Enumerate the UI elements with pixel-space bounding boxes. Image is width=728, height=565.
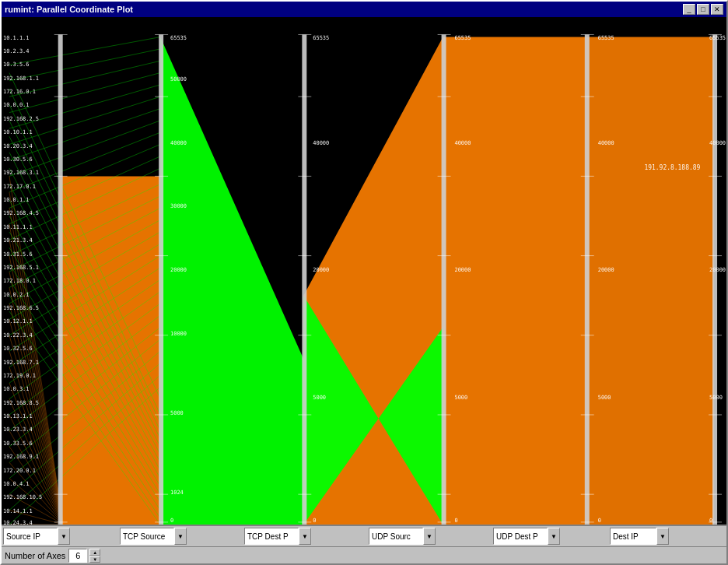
svg-rect-81: [442, 34, 446, 525]
axis4-dropdown-btn[interactable]: ▼: [423, 528, 436, 545]
parallel-coordinate-plot: 10.1.1.1 10.2.3.4 10.3.5.6 192.168.1.1 1…: [2, 17, 726, 525]
svg-text:10.3.5.6: 10.3.5.6: [3, 61, 30, 68]
axis1-dropdown-btn[interactable]: ▼: [58, 528, 70, 545]
svg-text:10.31.5.6: 10.31.5.6: [3, 250, 33, 257]
svg-text:192.168.10.5: 192.168.10.5: [3, 493, 42, 500]
axis1-input[interactable]: [3, 528, 58, 545]
svg-text:10.22.3.4: 10.22.3.4: [3, 332, 33, 339]
svg-text:192.168.7.1: 192.168.7.1: [3, 358, 39, 365]
svg-text:40000: 40000: [709, 139, 726, 146]
svg-text:65535: 65535: [598, 34, 614, 41]
svg-rect-82: [585, 34, 590, 525]
svg-text:5000: 5000: [313, 393, 326, 400]
svg-text:172.19.0.1: 172.19.0.1: [3, 372, 36, 379]
num-axes-label: Number of Axes: [5, 551, 65, 560]
svg-text:192.168.1.1: 192.168.1.1: [3, 75, 39, 82]
svg-text:65535: 65535: [313, 34, 329, 41]
maximize-button[interactable]: □: [697, 4, 709, 15]
svg-text:10.0.3.1: 10.0.3.1: [3, 385, 30, 392]
svg-text:20000: 20000: [598, 266, 614, 273]
svg-text:10.10.1.1: 10.10.1.1: [3, 128, 33, 135]
svg-text:40000: 40000: [598, 139, 614, 146]
svg-text:0: 0: [170, 517, 173, 524]
spinner-up-button[interactable]: ▲: [89, 549, 100, 556]
minimize-button[interactable]: _: [683, 4, 695, 15]
main-window: rumint: Parallel Coordinate Plot _ □ ✕: [0, 0, 728, 565]
bottom-controls: ▼ ▼ ▼ ▼: [2, 525, 726, 563]
svg-text:10.0.1.1: 10.0.1.1: [3, 196, 30, 203]
title-bar: rumint: Parallel Coordinate Plot _ □ ✕: [2, 2, 726, 17]
svg-text:10.13.1.1: 10.13.1.1: [3, 412, 33, 419]
svg-text:10.1.1.1: 10.1.1.1: [3, 34, 30, 41]
svg-rect-79: [159, 34, 163, 525]
svg-text:10.12.1.1: 10.12.1.1: [3, 318, 33, 325]
svg-text:192.168.8.5: 192.168.8.5: [3, 399, 39, 406]
svg-text:172.20.0.1: 172.20.0.1: [3, 466, 36, 473]
svg-text:0: 0: [598, 517, 601, 524]
axis6-input[interactable]: [610, 528, 656, 545]
axis-number-row: Number of Axes ▲ ▼: [2, 547, 726, 563]
axis2-dropdown-group: ▼: [120, 528, 187, 545]
axis2-input[interactable]: [120, 528, 174, 545]
svg-text:0: 0: [709, 517, 712, 524]
svg-text:10.33.5.6: 10.33.5.6: [3, 440, 33, 447]
svg-text:192.168.3.1: 192.168.3.1: [3, 169, 39, 176]
axis5-input[interactable]: [493, 528, 548, 545]
window-title: rumint: Parallel Coordinate Plot: [5, 5, 133, 14]
svg-text:192.168.4.5: 192.168.4.5: [3, 209, 39, 216]
num-axes-input[interactable]: [68, 549, 87, 563]
svg-text:40000: 40000: [170, 139, 187, 146]
svg-text:50000: 50000: [170, 75, 187, 82]
axis3-dropdown-btn[interactable]: ▼: [299, 528, 311, 545]
svg-text:10.11.1.1: 10.11.1.1: [3, 223, 33, 230]
svg-text:20000: 20000: [170, 266, 187, 273]
svg-text:10.30.5.6: 10.30.5.6: [3, 156, 33, 163]
axis3-dropdown-group: ▼: [244, 528, 311, 545]
svg-text:0: 0: [313, 517, 316, 524]
title-bar-buttons: _ □ ✕: [683, 4, 723, 15]
svg-text:30000: 30000: [170, 202, 187, 209]
main-content: 10.1.1.1 10.2.3.4 10.3.5.6 192.168.1.1 1…: [2, 17, 726, 563]
svg-rect-83: [712, 34, 717, 525]
svg-text:20000: 20000: [455, 266, 471, 273]
close-button[interactable]: ✕: [711, 4, 723, 15]
axis2-dropdown-btn[interactable]: ▼: [174, 528, 187, 545]
spinner-down-button[interactable]: ▼: [89, 556, 100, 563]
svg-marker-8: [586, 37, 714, 525]
plot-area: 10.1.1.1 10.2.3.4 10.3.5.6 192.168.1.1 1…: [2, 17, 726, 525]
svg-marker-7: [443, 37, 586, 525]
svg-text:10.2.3.4: 10.2.3.4: [3, 47, 30, 54]
axis5-dropdown-group: ▼: [493, 528, 560, 545]
svg-text:172.18.0.1: 172.18.0.1: [3, 277, 36, 284]
axis4-dropdown-group: ▼: [369, 528, 436, 545]
svg-text:10.24.3.4: 10.24.3.4: [3, 519, 33, 525]
svg-text:192.168.2.5: 192.168.2.5: [3, 115, 39, 122]
axis1-dropdown-group: ▼: [3, 528, 70, 545]
axis4-input[interactable]: [369, 528, 423, 545]
svg-text:40000: 40000: [455, 139, 471, 146]
svg-text:10.14.1.1: 10.14.1.1: [3, 507, 33, 514]
svg-text:65535: 65535: [455, 34, 471, 41]
svg-text:20000: 20000: [709, 266, 726, 273]
svg-text:192.168.5.1: 192.168.5.1: [3, 264, 39, 271]
svg-text:0: 0: [455, 517, 458, 524]
svg-text:5000: 5000: [170, 409, 184, 416]
svg-text:10.0.0.1: 10.0.0.1: [3, 101, 30, 108]
svg-rect-78: [58, 34, 63, 525]
axis5-dropdown-btn[interactable]: ▼: [548, 528, 560, 545]
svg-text:10.0.2.1: 10.0.2.1: [3, 291, 30, 298]
spinner-buttons: ▲ ▼: [89, 549, 100, 563]
svg-text:1024: 1024: [170, 489, 184, 496]
svg-text:65535: 65535: [170, 34, 187, 41]
svg-text:192.168.9.1: 192.168.9.1: [3, 453, 39, 460]
svg-text:40000: 40000: [313, 139, 329, 146]
svg-text:10.20.3.4: 10.20.3.4: [3, 142, 33, 149]
axis3-input[interactable]: [244, 528, 299, 545]
svg-text:172.17.0.1: 172.17.0.1: [3, 183, 36, 190]
axis6-dropdown-btn[interactable]: ▼: [656, 528, 669, 545]
svg-text:10.21.3.4: 10.21.3.4: [3, 237, 33, 244]
floating-coordinate-label: 191.92.8.188.89: [644, 164, 700, 171]
svg-text:172.16.0.1: 172.16.0.1: [3, 88, 36, 95]
svg-text:5000: 5000: [709, 393, 723, 400]
svg-text:5000: 5000: [455, 393, 468, 400]
